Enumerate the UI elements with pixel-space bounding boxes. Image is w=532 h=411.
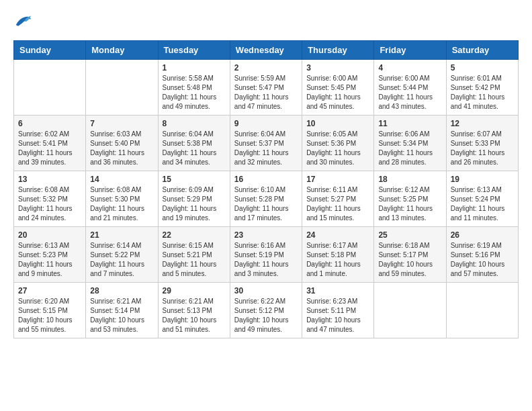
calendar-cell: 5Sunrise: 6:01 AM Sunset: 5:42 PM Daylig… (446, 60, 518, 116)
calendar-cell: 13Sunrise: 6:08 AM Sunset: 5:32 PM Dayli… (14, 171, 86, 227)
day-info: Sunrise: 6:21 AM Sunset: 5:14 PM Dayligh… (90, 297, 153, 334)
day-number: 17 (306, 175, 369, 184)
page-header (13, 13, 519, 30)
calendar-cell: 19Sunrise: 6:13 AM Sunset: 5:24 PM Dayli… (446, 171, 518, 227)
day-number: 6 (18, 119, 81, 128)
day-number: 5 (451, 63, 514, 73)
calendar-cell: 10Sunrise: 6:05 AM Sunset: 5:36 PM Dayli… (302, 116, 374, 171)
day-number: 3 (306, 63, 369, 73)
calendar-cell: 30Sunrise: 6:22 AM Sunset: 5:12 PM Dayli… (230, 283, 302, 338)
day-number: 16 (234, 175, 298, 184)
calendar-cell (86, 60, 158, 116)
day-info: Sunrise: 6:11 AM Sunset: 5:27 PM Dayligh… (306, 185, 369, 223)
day-number: 31 (306, 286, 369, 295)
day-number: 2 (234, 63, 298, 73)
day-info: Sunrise: 6:04 AM Sunset: 5:37 PM Dayligh… (234, 130, 298, 167)
logo-bird-icon (13, 13, 32, 30)
calendar-cell: 16Sunrise: 6:10 AM Sunset: 5:28 PM Dayli… (230, 171, 302, 227)
day-number: 9 (234, 119, 298, 128)
day-info: Sunrise: 6:23 AM Sunset: 5:11 PM Dayligh… (306, 297, 369, 334)
day-number: 25 (378, 230, 441, 240)
day-info: Sunrise: 6:15 AM Sunset: 5:21 PM Dayligh… (163, 241, 226, 279)
day-number: 29 (163, 286, 226, 295)
day-number: 27 (18, 286, 81, 295)
day-info: Sunrise: 5:58 AM Sunset: 5:48 PM Dayligh… (163, 74, 226, 111)
calendar-cell: 20Sunrise: 6:13 AM Sunset: 5:23 PM Dayli… (14, 227, 86, 283)
calendar-cell: 11Sunrise: 6:06 AM Sunset: 5:34 PM Dayli… (374, 116, 446, 171)
calendar-cell: 27Sunrise: 6:20 AM Sunset: 5:15 PM Dayli… (14, 283, 86, 338)
calendar-cell: 29Sunrise: 6:21 AM Sunset: 5:13 PM Dayli… (158, 283, 230, 338)
day-number: 11 (378, 119, 441, 128)
calendar-cell: 26Sunrise: 6:19 AM Sunset: 5:16 PM Dayli… (446, 227, 518, 283)
day-info: Sunrise: 6:21 AM Sunset: 5:13 PM Dayligh… (163, 297, 226, 334)
calendar-cell: 22Sunrise: 6:15 AM Sunset: 5:21 PM Dayli… (158, 227, 230, 283)
day-info: Sunrise: 6:08 AM Sunset: 5:30 PM Dayligh… (90, 185, 153, 223)
calendar-cell: 17Sunrise: 6:11 AM Sunset: 5:27 PM Dayli… (302, 171, 374, 227)
day-info: Sunrise: 6:16 AM Sunset: 5:19 PM Dayligh… (234, 241, 298, 279)
day-number: 28 (90, 286, 153, 295)
day-info: Sunrise: 6:07 AM Sunset: 5:33 PM Dayligh… (451, 130, 514, 167)
day-number: 4 (378, 63, 441, 73)
weekday-header-sunday: Sunday (14, 41, 86, 60)
day-info: Sunrise: 6:22 AM Sunset: 5:12 PM Dayligh… (234, 297, 298, 334)
day-number: 26 (451, 230, 514, 240)
weekday-header-friday: Friday (374, 41, 446, 60)
calendar-cell (14, 60, 86, 116)
calendar-cell: 3Sunrise: 6:00 AM Sunset: 5:45 PM Daylig… (302, 60, 374, 116)
day-info: Sunrise: 6:10 AM Sunset: 5:28 PM Dayligh… (234, 185, 298, 223)
day-info: Sunrise: 6:00 AM Sunset: 5:44 PM Dayligh… (378, 74, 441, 111)
day-number: 12 (451, 119, 514, 128)
day-number: 10 (306, 119, 369, 128)
day-info: Sunrise: 6:05 AM Sunset: 5:36 PM Dayligh… (306, 130, 369, 167)
day-number: 30 (234, 286, 298, 295)
day-info: Sunrise: 6:01 AM Sunset: 5:42 PM Dayligh… (451, 74, 514, 111)
calendar-week-1: 1Sunrise: 5:58 AM Sunset: 5:48 PM Daylig… (14, 60, 519, 116)
day-number: 13 (18, 175, 81, 184)
day-info: Sunrise: 6:02 AM Sunset: 5:41 PM Dayligh… (18, 130, 81, 167)
day-number: 22 (163, 230, 226, 240)
calendar-cell: 8Sunrise: 6:04 AM Sunset: 5:38 PM Daylig… (158, 116, 230, 171)
day-number: 8 (163, 119, 226, 128)
day-info: Sunrise: 5:59 AM Sunset: 5:47 PM Dayligh… (234, 74, 298, 111)
day-info: Sunrise: 6:08 AM Sunset: 5:32 PM Dayligh… (18, 185, 81, 223)
calendar-cell: 28Sunrise: 6:21 AM Sunset: 5:14 PM Dayli… (86, 283, 158, 338)
weekday-header-saturday: Saturday (446, 41, 518, 60)
day-info: Sunrise: 6:13 AM Sunset: 5:23 PM Dayligh… (18, 241, 81, 279)
day-info: Sunrise: 6:04 AM Sunset: 5:38 PM Dayligh… (163, 130, 226, 167)
calendar-table: SundayMondayTuesdayWednesdayThursdayFrid… (13, 40, 519, 338)
weekday-header-thursday: Thursday (302, 41, 374, 60)
day-info: Sunrise: 6:13 AM Sunset: 5:24 PM Dayligh… (451, 185, 514, 223)
calendar-cell: 9Sunrise: 6:04 AM Sunset: 5:37 PM Daylig… (230, 116, 302, 171)
day-number: 18 (378, 175, 441, 184)
weekday-header-wednesday: Wednesday (230, 41, 302, 60)
calendar-cell: 7Sunrise: 6:03 AM Sunset: 5:40 PM Daylig… (86, 116, 158, 171)
calendar-week-5: 27Sunrise: 6:20 AM Sunset: 5:15 PM Dayli… (14, 283, 519, 338)
calendar-week-4: 20Sunrise: 6:13 AM Sunset: 5:23 PM Dayli… (14, 227, 519, 283)
logo (13, 13, 35, 30)
calendar-cell: 25Sunrise: 6:18 AM Sunset: 5:17 PM Dayli… (374, 227, 446, 283)
day-number: 23 (234, 230, 298, 240)
calendar-cell (374, 283, 446, 338)
calendar-cell: 15Sunrise: 6:09 AM Sunset: 5:29 PM Dayli… (158, 171, 230, 227)
day-info: Sunrise: 6:19 AM Sunset: 5:16 PM Dayligh… (451, 241, 514, 279)
day-info: Sunrise: 6:00 AM Sunset: 5:45 PM Dayligh… (306, 74, 369, 111)
calendar-cell: 1Sunrise: 5:58 AM Sunset: 5:48 PM Daylig… (158, 60, 230, 116)
day-number: 20 (18, 230, 81, 240)
day-number: 1 (163, 63, 226, 73)
day-number: 15 (163, 175, 226, 184)
day-info: Sunrise: 6:14 AM Sunset: 5:22 PM Dayligh… (90, 241, 153, 279)
calendar-week-3: 13Sunrise: 6:08 AM Sunset: 5:32 PM Dayli… (14, 171, 519, 227)
calendar-cell: 12Sunrise: 6:07 AM Sunset: 5:33 PM Dayli… (446, 116, 518, 171)
calendar-header-row: SundayMondayTuesdayWednesdayThursdayFrid… (14, 41, 519, 60)
day-number: 24 (306, 230, 369, 240)
day-info: Sunrise: 6:18 AM Sunset: 5:17 PM Dayligh… (378, 241, 441, 279)
day-info: Sunrise: 6:17 AM Sunset: 5:18 PM Dayligh… (306, 241, 369, 279)
calendar-cell: 23Sunrise: 6:16 AM Sunset: 5:19 PM Dayli… (230, 227, 302, 283)
day-number: 19 (451, 175, 514, 184)
calendar-cell: 2Sunrise: 5:59 AM Sunset: 5:47 PM Daylig… (230, 60, 302, 116)
calendar-week-2: 6Sunrise: 6:02 AM Sunset: 5:41 PM Daylig… (14, 116, 519, 171)
calendar-cell: 4Sunrise: 6:00 AM Sunset: 5:44 PM Daylig… (374, 60, 446, 116)
calendar-cell: 31Sunrise: 6:23 AM Sunset: 5:11 PM Dayli… (302, 283, 374, 338)
day-number: 21 (90, 230, 153, 240)
day-info: Sunrise: 6:09 AM Sunset: 5:29 PM Dayligh… (163, 185, 226, 223)
